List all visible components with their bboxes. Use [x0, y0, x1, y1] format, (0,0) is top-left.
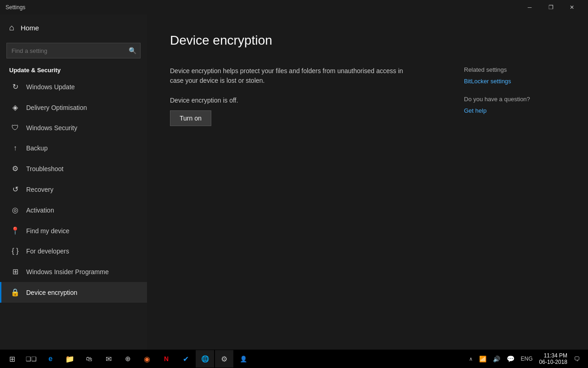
groove-button[interactable]: ⊕ — [119, 350, 137, 368]
sidebar-item-activation[interactable]: ◎ Activation — [0, 200, 147, 220]
edge-button[interactable]: e — [41, 350, 60, 368]
sidebar-item-home[interactable]: ⌂ Home — [0, 15, 147, 41]
sidebar-item-label: Backup — [26, 144, 48, 152]
backup-icon: ↑ — [11, 144, 20, 152]
pinned-photo-button[interactable]: 👤 — [234, 350, 253, 368]
sidebar-item-for-developers[interactable]: { } For developers — [0, 241, 147, 261]
content-left: Device encryption helps protect your fil… — [170, 66, 446, 126]
content-right: Related settings BitLocker settings Do y… — [464, 66, 565, 126]
troubleshoot-icon: ⚙ — [11, 164, 20, 173]
titlebar-controls: ─ ❐ ✕ — [519, 0, 582, 15]
mail-button[interactable]: ✉ — [99, 350, 118, 368]
page-title: Device encryption — [170, 33, 565, 48]
get-help-link[interactable]: Get help — [464, 107, 565, 114]
sidebar-item-label: For developers — [26, 247, 69, 255]
minimize-button[interactable]: ─ — [519, 0, 540, 15]
chrome-button[interactable]: 🌐 — [196, 350, 214, 368]
sidebar: ⌂ Home 🔍 Update & Security ↻ Windows Upd… — [0, 15, 147, 350]
content-body: Device encryption helps protect your fil… — [170, 66, 565, 126]
sidebar-item-troubleshoot[interactable]: ⚙ Troubleshoot — [0, 158, 147, 179]
sidebar-item-windows-insider[interactable]: ⊞ Windows Insider Programme — [0, 261, 147, 282]
windows-insider-icon: ⊞ — [11, 267, 20, 276]
notification-button[interactable]: 🗨 — [572, 355, 582, 363]
sidebar-item-label: Windows Update — [26, 83, 75, 91]
find-my-device-icon: 📍 — [11, 226, 20, 235]
system-tray: ∧ 📶 🔊 💬 ENG 11:34 PM 06-10-2018 🗨 — [464, 352, 585, 365]
search-input[interactable] — [7, 47, 124, 54]
sidebar-item-backup[interactable]: ↑ Backup — [0, 138, 147, 158]
restore-button[interactable]: ❐ — [540, 0, 561, 15]
sidebar-item-windows-security[interactable]: 🛡 Windows Security — [0, 118, 147, 138]
sidebar-item-device-encryption[interactable]: 🔒 Device encryption — [0, 282, 147, 303]
home-icon: ⌂ — [9, 23, 14, 33]
sidebar-item-recovery[interactable]: ↺ Recovery — [0, 179, 147, 200]
titlebar: Settings ─ ❐ ✕ — [0, 0, 588, 15]
turn-on-button[interactable]: Turn on — [170, 110, 211, 126]
system-clock[interactable]: 11:34 PM 06-10-2018 — [537, 352, 569, 365]
sidebar-item-label: Recovery — [26, 186, 53, 193]
sidebar-item-label: Windows Insider Programme — [26, 268, 109, 276]
tray-network-icon[interactable]: 📶 — [477, 355, 488, 363]
sidebar-item-delivery-optimisation[interactable]: ◈ Delivery Optimisation — [0, 97, 147, 118]
app-container: ⌂ Home 🔍 Update & Security ↻ Windows Upd… — [0, 15, 588, 350]
settings-taskbar-button[interactable]: ⚙ — [215, 350, 233, 368]
clock-date: 06-10-2018 — [539, 359, 567, 365]
description-text: Device encryption helps protect your fil… — [170, 66, 409, 86]
taskbar: ⊞ ❑❑ e 📁 🛍 ✉ ⊕ ◉ N ✔ 🌐 ⚙ 👤 ∧ 📶 🔊 💬 ENG 1… — [0, 350, 588, 368]
start-button[interactable]: ⊞ — [3, 350, 21, 368]
windows-security-icon: 🛡 — [11, 124, 20, 132]
origin-button[interactable]: ◉ — [138, 350, 156, 368]
sidebar-section-label: Update & Security — [0, 63, 147, 76]
related-settings-heading: Related settings — [464, 66, 565, 73]
tray-action-center-icon[interactable]: 💬 — [505, 354, 516, 363]
windows-update-icon: ↻ — [11, 82, 20, 91]
search-box: 🔍 — [6, 43, 141, 58]
main-content: Device encryption Device encryption help… — [147, 15, 588, 350]
sidebar-item-windows-update[interactable]: ↻ Windows Update — [0, 76, 147, 97]
sidebar-item-label: Activation — [26, 207, 54, 214]
search-button[interactable]: 🔍 — [124, 43, 140, 58]
clock-time: 11:34 PM — [544, 352, 567, 359]
todo-button[interactable]: ✔ — [176, 350, 195, 368]
sidebar-item-label: Delivery Optimisation — [26, 104, 87, 111]
activation-icon: ◎ — [11, 206, 20, 214]
tray-expand-button[interactable]: ∧ — [467, 355, 475, 363]
store-button[interactable]: 🛍 — [80, 350, 98, 368]
netflix-button[interactable]: N — [157, 350, 175, 368]
for-developers-icon: { } — [11, 247, 20, 255]
titlebar-title: Settings — [6, 4, 519, 11]
sidebar-item-find-my-device[interactable]: 📍 Find my device — [0, 220, 147, 241]
tray-volume-icon[interactable]: 🔊 — [491, 355, 502, 363]
device-encryption-icon: 🔒 — [11, 288, 20, 297]
recovery-icon: ↺ — [11, 185, 20, 194]
close-button[interactable]: ✕ — [561, 0, 582, 15]
sidebar-item-label: Troubleshoot — [26, 165, 63, 172]
sidebar-item-label: Find my device — [26, 227, 69, 235]
status-text: Device encryption is off. — [170, 97, 446, 104]
task-view-button[interactable]: ❑❑ — [22, 350, 40, 368]
question-heading: Do you have a question? — [464, 96, 565, 103]
delivery-opt-icon: ◈ — [11, 103, 20, 112]
sidebar-item-label: Device encryption — [26, 289, 77, 296]
explorer-button[interactable]: 📁 — [61, 350, 79, 368]
sidebar-home-label: Home — [21, 24, 39, 32]
sidebar-item-label: Windows Security — [26, 124, 77, 132]
bitlocker-settings-link[interactable]: BitLocker settings — [464, 78, 565, 85]
language-indicator[interactable]: ENG — [519, 355, 535, 363]
